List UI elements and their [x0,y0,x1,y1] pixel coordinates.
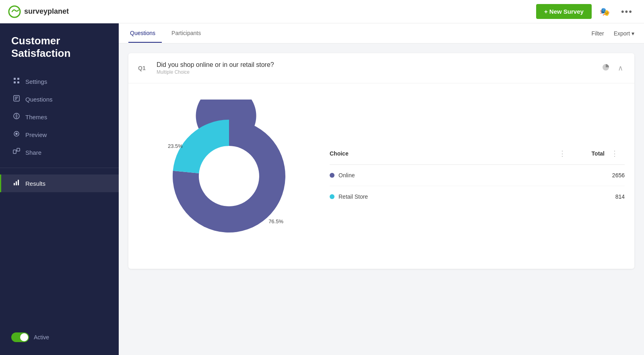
export-button[interactable]: Export ▾ [614,30,634,37]
svg-rect-15 [14,183,15,185]
question-header-actions: ∧ [600,62,625,75]
sidebar-item-results[interactable]: Results [0,174,119,192]
donut-chart-container: 23.5% 76.5% [153,100,305,253]
svg-rect-17 [18,180,19,185]
toggle-label: Active [34,334,49,340]
filter-button[interactable]: Filter [592,30,604,37]
donut-chart-svg [153,100,305,253]
preview-icon [12,130,21,139]
chart-type-button[interactable] [600,62,611,75]
table-row-online: Online 2656 [330,165,625,186]
tabs-right: Filter Export ▾ [592,30,634,37]
sidebar-item-results-label: Results [25,180,45,187]
svg-point-11 [16,133,17,135]
data-table-header: Choice ⋮ Total ⋮ [330,145,625,165]
sidebar-item-settings[interactable]: Settings [0,73,119,90]
logo-icon [8,5,21,18]
svg-rect-12 [13,150,16,154]
col-choice-header: Choice [330,150,552,157]
settings-icon [12,77,21,86]
sidebar-item-preview-label: Preview [25,131,47,138]
more-options-button[interactable]: ••• [618,5,636,19]
online-dot [330,173,334,178]
tabs-bar: Questions Participants Filter Export ▾ [119,23,644,44]
question-text-area: Did you shop online or in our retail sto… [157,61,600,75]
new-survey-button[interactable]: + New Survey [536,4,592,19]
chevron-up-icon: ∧ [618,64,623,72]
logo-area: surveyplanet [8,5,536,18]
main-layout: Customer Satisfaction Settings Questions… [0,23,644,355]
data-table: Choice ⋮ Total ⋮ Online 2656 Reta [330,145,625,207]
question-text: Did you shop online or in our retail sto… [157,61,600,69]
svg-rect-16 [16,181,17,185]
questions-icon [12,95,21,104]
question-number: Q1 [138,65,150,71]
question-type: Multiple Choice [157,69,600,75]
question-header: Q1 Did you shop online or in our retail … [128,53,634,83]
svg-rect-4 [17,81,19,83]
sidebar-divider [0,168,119,168]
header: surveyplanet + New Survey 🎭 ••• [0,0,644,23]
tab-questions[interactable]: Questions [128,24,162,43]
sidebar-item-questions[interactable]: Questions [0,90,119,108]
more-icon: ••• [621,6,633,17]
collapse-button[interactable]: ∧ [616,62,625,74]
header-actions: + New Survey 🎭 ••• [536,4,636,19]
svg-rect-3 [14,81,16,83]
themes-icon [12,112,21,121]
sidebar-item-themes[interactable]: Themes [0,108,119,126]
sidebar: Customer Satisfaction Settings Questions… [0,23,119,355]
share-icon [12,148,21,157]
logo-text: surveyplanet [24,7,69,16]
toggle-area: Active [0,316,119,345]
profile-icon: 🎭 [600,7,610,16]
retail-dot [330,194,334,199]
svg-rect-1 [14,78,16,80]
col-total-header: Total [572,150,605,157]
retail-arc [173,120,229,173]
online-label: Online [339,172,592,179]
chart-data-area: 23.5% 76.5% Choice ⋮ Total ⋮ [128,83,634,269]
results-icon [12,179,21,188]
question-card: Q1 Did you shop online or in our retail … [128,53,634,269]
pie-chart-icon [602,63,610,71]
survey-title: Customer Satisfaction [0,35,119,73]
donut-chart-group [173,120,285,233]
sidebar-item-questions-label: Questions [25,96,53,103]
svg-point-0 [9,6,20,17]
results-content: Q1 Did you shop online or in our retail … [119,44,644,355]
profile-icon-button[interactable]: 🎭 [597,5,613,18]
sidebar-item-themes-label: Themes [25,114,47,120]
sidebar-item-preview[interactable]: Preview [0,126,119,143]
svg-rect-13 [17,148,20,151]
table-row-retail: Retail Store 814 [330,186,625,207]
content-area: Questions Participants Filter Export ▾ Q… [119,23,644,355]
col-total-more-icon[interactable]: ⋮ [611,149,618,158]
sidebar-item-settings-label: Settings [25,78,47,85]
online-value: 2656 [592,172,625,179]
retail-label: Retail Store [339,193,592,200]
svg-rect-2 [17,78,19,80]
sidebar-item-share-label: Share [25,149,41,156]
retail-value: 814 [592,193,625,200]
active-toggle[interactable] [11,332,29,342]
sidebar-item-share[interactable]: Share [0,143,119,161]
toggle-knob [20,333,28,341]
col-choice-more-icon[interactable]: ⋮ [559,149,566,158]
tab-participants[interactable]: Participants [170,24,207,43]
